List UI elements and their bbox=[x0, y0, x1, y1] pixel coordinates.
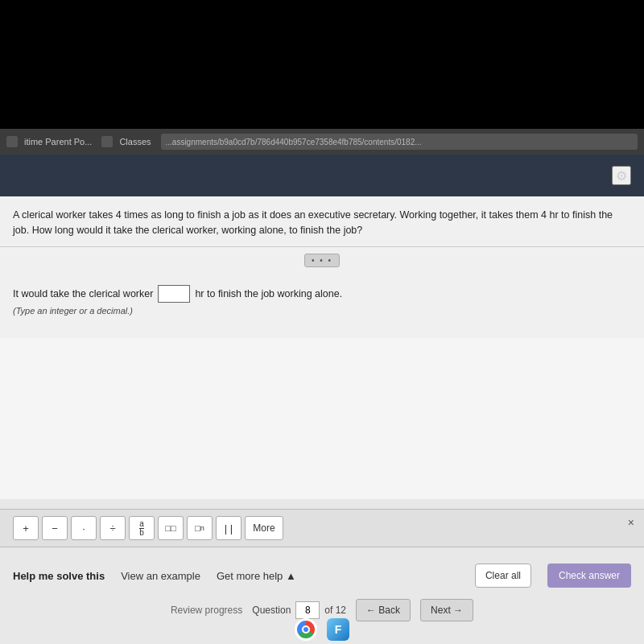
main-content: ⚙ A clerical worker takes 4 times as lon… bbox=[0, 155, 644, 644]
question-text: A clerical worker takes 4 times as long … bbox=[13, 208, 631, 238]
question-number-input[interactable] bbox=[295, 601, 320, 619]
divider-row: • • • bbox=[0, 247, 644, 274]
answer-line: It would take the clerical worker hr to … bbox=[13, 285, 631, 303]
help-link[interactable]: Help me solve this bbox=[13, 570, 105, 582]
close-toolbar-btn[interactable]: × bbox=[628, 516, 634, 529]
tab2-icon bbox=[101, 136, 113, 147]
question-label: Question bbox=[252, 605, 291, 616]
browser-tab-2[interactable]: Classes bbox=[101, 136, 151, 147]
fraction-icon: a b bbox=[139, 520, 144, 537]
tab1-icon bbox=[6, 136, 18, 147]
math-matrix-btn[interactable]: □□ bbox=[158, 516, 184, 540]
question-nav: Question of 12 bbox=[252, 601, 346, 619]
finder-icon: F bbox=[327, 618, 349, 641]
math-toolbar: + − · ÷ a b □□ □n | | More × bbox=[0, 509, 644, 547]
workspace bbox=[0, 338, 644, 499]
header-bar: ⚙ bbox=[0, 155, 644, 196]
browser-chrome: itime Parent Po... Classes ...assignment… bbox=[0, 129, 644, 155]
answer-suffix: hr to finish the job working alone. bbox=[195, 288, 342, 299]
next-button[interactable]: Next → bbox=[420, 599, 473, 621]
gear-button[interactable]: ⚙ bbox=[612, 166, 631, 185]
example-link[interactable]: View an example bbox=[121, 570, 200, 582]
chrome-icon bbox=[295, 618, 317, 641]
chrome-center bbox=[302, 625, 310, 634]
answer-prefix: It would take the clerical worker bbox=[13, 288, 153, 299]
answer-area: It would take the clerical worker hr to … bbox=[0, 274, 644, 338]
math-more-btn[interactable]: More bbox=[245, 516, 283, 540]
math-plus-btn[interactable]: + bbox=[13, 516, 39, 540]
browser-tab-1[interactable]: itime Parent Po... bbox=[6, 136, 92, 147]
question-area: A clerical worker takes 4 times as long … bbox=[0, 196, 644, 247]
action-bar: Help me solve this View an example Get m… bbox=[0, 555, 644, 596]
math-abs-btn[interactable]: | | bbox=[216, 516, 242, 540]
gear-icon: ⚙ bbox=[616, 168, 627, 184]
math-divide-btn[interactable]: ÷ bbox=[100, 516, 126, 540]
bottom-icons: F bbox=[295, 618, 349, 644]
more-help-link[interactable]: Get more help ▲ bbox=[217, 570, 296, 582]
math-power-btn[interactable]: □n bbox=[187, 516, 213, 540]
math-dot-btn[interactable]: · bbox=[71, 516, 97, 540]
answer-input[interactable] bbox=[158, 285, 190, 303]
math-minus-btn[interactable]: − bbox=[42, 516, 68, 540]
review-progress-button[interactable]: Review progress bbox=[171, 605, 242, 616]
expand-button[interactable]: • • • bbox=[304, 254, 340, 267]
clear-button[interactable]: Clear all bbox=[475, 564, 531, 588]
answer-hint: (Type an integer or a decimal.) bbox=[13, 306, 631, 316]
back-button[interactable]: ← Back bbox=[356, 599, 411, 621]
check-answer-button[interactable]: Check answer bbox=[547, 564, 631, 588]
math-fraction-btn[interactable]: a b bbox=[129, 516, 155, 540]
total-questions: of 12 bbox=[324, 605, 346, 616]
url-bar[interactable]: ...assignments/b9a0cd7b/786d440b957ce735… bbox=[161, 134, 638, 150]
